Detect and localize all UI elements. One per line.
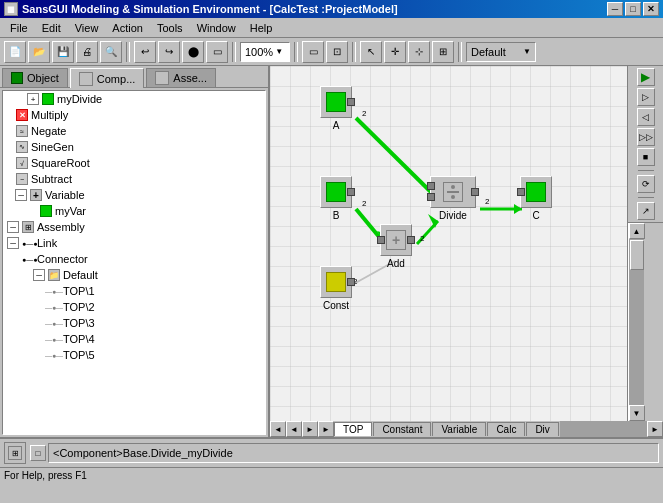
vertical-scrollbar[interactable]: ▲ ▼	[628, 223, 644, 421]
bottom-tab-div[interactable]: Div	[526, 422, 558, 436]
menu-help[interactable]: Help	[244, 21, 279, 35]
menu-action[interactable]: Action	[106, 21, 149, 35]
step-back-btn[interactable]: ◁	[637, 108, 655, 126]
tree-item-mydivide[interactable]: + myDivide	[3, 91, 265, 107]
tree-item-negate[interactable]: ≈ Negate	[3, 123, 265, 139]
zoom-input[interactable]: 100% ▼	[240, 42, 290, 62]
tree-item-sinegen[interactable]: ∿ SineGen	[3, 139, 265, 155]
bottom-tab-variable[interactable]: Variable	[432, 422, 486, 436]
tree-item-squareroot[interactable]: √ SquareRoot	[3, 155, 265, 171]
add-node-btn[interactable]: ⊞	[432, 41, 454, 63]
node-divide[interactable]: Divide	[430, 176, 476, 221]
horizontal-scrollbar[interactable]: ◄ ◄ ► ► TOP Constant Variable Calc Div ►	[270, 421, 663, 437]
node-B[interactable]: B	[320, 176, 352, 221]
frame-btn[interactable]: ⊡	[326, 41, 348, 63]
open-button[interactable]: 📂	[28, 41, 50, 63]
step-fwd-btn[interactable]: ▷	[637, 88, 655, 106]
tree-view[interactable]: + myDivide ✕ Multiply ≈ Negate ∿ SineGen…	[2, 90, 266, 435]
close-button[interactable]: ✕	[643, 2, 659, 16]
expand-icon[interactable]: +	[27, 93, 39, 105]
scroll-thumb[interactable]	[630, 240, 644, 270]
node-add[interactable]: + Add	[380, 224, 412, 269]
rect-button[interactable]: ▭	[206, 41, 228, 63]
menu-edit[interactable]: Edit	[36, 21, 67, 35]
tree-label: SquareRoot	[31, 157, 90, 169]
scroll-next-btn[interactable]: ►	[302, 421, 318, 437]
node-box-const[interactable]	[320, 266, 352, 298]
tree-item-connector[interactable]: ●—● Connector	[3, 251, 265, 267]
node-box-C[interactable]	[520, 176, 552, 208]
menu-file[interactable]: File	[4, 21, 34, 35]
redo-button[interactable]: ↪	[158, 41, 180, 63]
save-button[interactable]: 💾	[52, 41, 74, 63]
tree-item-myvar[interactable]: myVar	[3, 203, 265, 219]
scroll-left-btn[interactable]: ◄	[270, 421, 286, 437]
max-button[interactable]: □	[625, 2, 641, 16]
zoom-dropdown-arrow[interactable]: ▼	[275, 47, 283, 56]
tree-item-default[interactable]: ─ 📁 Default	[3, 267, 265, 283]
tree-item-top5[interactable]: —●— TOP\5	[3, 347, 265, 363]
scroll-up-btn[interactable]: ▲	[629, 223, 645, 239]
tab-object[interactable]: Object	[2, 68, 68, 87]
rt-sep-1	[638, 170, 654, 171]
zoom-in-btn[interactable]: ↗	[637, 202, 655, 220]
node-box-divide[interactable]	[430, 176, 476, 208]
preview-button[interactable]: 🔍	[100, 41, 122, 63]
run-btn[interactable]: ▶	[637, 68, 655, 86]
cursor-btn[interactable]: ↖	[360, 41, 382, 63]
connect-btn[interactable]: ⊹	[408, 41, 430, 63]
separator-4	[352, 42, 356, 62]
tree-item-top3[interactable]: —●— TOP\3	[3, 315, 265, 331]
svg-point-15	[451, 185, 455, 189]
stop-button[interactable]: ⬤	[182, 41, 204, 63]
bottom-tab-calc[interactable]: Calc	[487, 422, 525, 436]
menu-view[interactable]: View	[69, 21, 105, 35]
new-button[interactable]: 📄	[4, 41, 26, 63]
expand-icon[interactable]: ─	[7, 237, 19, 249]
scroll-prev-btn[interactable]: ◄	[286, 421, 302, 437]
print-button[interactable]: 🖨	[76, 41, 98, 63]
port-add-right	[407, 236, 415, 244]
tree-item-variable[interactable]: ─ + Variable	[3, 187, 265, 203]
h-scroll-right-btn[interactable]: ►	[647, 421, 663, 437]
node-const[interactable]: Const	[320, 266, 352, 311]
tree-item-top1[interactable]: —●— TOP\1	[3, 283, 265, 299]
separator-5	[458, 42, 462, 62]
fast-fwd-btn[interactable]: ▷▷	[637, 128, 655, 146]
tree-item-top2[interactable]: —●— TOP\2	[3, 299, 265, 315]
stop-run-btn[interactable]: ■	[637, 148, 655, 166]
scroll-down-btn[interactable]: ▼	[629, 405, 645, 421]
node-box-add[interactable]: +	[380, 224, 412, 256]
node-box-B[interactable]	[320, 176, 352, 208]
view-mode-dropdown[interactable]: Default ▼	[466, 42, 536, 62]
separator-2	[232, 42, 236, 62]
svg-rect-16	[447, 191, 459, 193]
node-A[interactable]: A	[320, 86, 352, 131]
tree-item-subtract[interactable]: − Subtract	[3, 171, 265, 187]
expand-icon[interactable]: ─	[7, 221, 19, 233]
scroll-track[interactable]	[629, 239, 644, 405]
scroll-last-btn[interactable]: ►	[318, 421, 334, 437]
node-C[interactable]: C	[520, 176, 552, 221]
node-inner-add: +	[386, 230, 406, 250]
tree-item-top4[interactable]: —●— TOP\4	[3, 331, 265, 347]
tree-item-multiply[interactable]: ✕ Multiply	[3, 107, 265, 123]
h-scroll-track[interactable]	[560, 421, 647, 437]
expand-icon[interactable]: ─	[33, 269, 45, 281]
calc-btn[interactable]: ⟳	[637, 175, 655, 193]
bottom-tab-constant[interactable]: Constant	[373, 422, 431, 436]
menu-window[interactable]: Window	[191, 21, 242, 35]
canvas-area[interactable]: 2 2 2 2 1 2 A	[270, 66, 627, 421]
move-btn[interactable]: ✛	[384, 41, 406, 63]
tab-asse[interactable]: Asse...	[146, 68, 216, 87]
page-btn[interactable]: ▭	[302, 41, 324, 63]
expand-icon[interactable]: ─	[15, 189, 27, 201]
tab-comp[interactable]: Comp...	[70, 68, 145, 88]
min-button[interactable]: ─	[607, 2, 623, 16]
node-box-A[interactable]	[320, 86, 352, 118]
bottom-tab-top[interactable]: TOP	[334, 422, 372, 436]
tree-item-assembly[interactable]: ─ ⊞ Assembly	[3, 219, 265, 235]
undo-button[interactable]: ↩	[134, 41, 156, 63]
tree-item-link[interactable]: ─ ●—● Link	[3, 235, 265, 251]
menu-tools[interactable]: Tools	[151, 21, 189, 35]
